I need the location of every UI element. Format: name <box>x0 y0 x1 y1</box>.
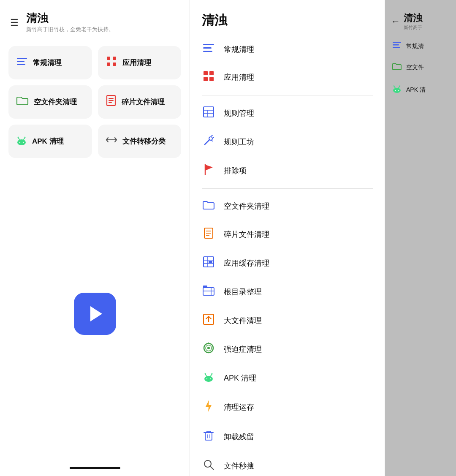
play-button[interactable] <box>74 293 116 335</box>
menu-item-large-file-label: 大文件清理 <box>224 316 262 326</box>
menu-folder-icon <box>202 200 215 212</box>
svg-point-17 <box>24 137 26 138</box>
svg-rect-21 <box>203 51 212 52</box>
svg-rect-44 <box>209 261 212 263</box>
grid-item-fragment-clean-label: 碎片文件清理 <box>122 97 165 107</box>
grid-item-apk-clean[interactable]: APK 清理 <box>8 125 92 158</box>
menu-item-regular-clean[interactable]: 常规清理 <box>197 36 378 63</box>
svg-point-75 <box>395 90 396 91</box>
svg-line-32 <box>212 135 212 136</box>
svg-rect-26 <box>204 107 214 117</box>
left-title-block: 清浊 新竹高于旧竹枝，全凭老干为扶持。 <box>26 12 114 33</box>
menu-item-fragment-clean[interactable]: 碎片文件清理 <box>197 220 378 249</box>
left-header: ☰ 清浊 新竹高于旧竹枝，全凭老干为扶持。 <box>0 0 190 38</box>
svg-point-16 <box>18 137 19 138</box>
right-subtitle: 新竹高于 <box>404 24 422 31</box>
menu-item-apk-clean-label: APK 清理 <box>224 373 256 383</box>
grid-icon <box>106 55 117 70</box>
right-menu-list: 常规清 空文件 <box>385 36 456 101</box>
menu-wand-icon <box>202 135 215 149</box>
grid-container: 常规清理 应用清理 空文件夹清理 <box>0 38 190 166</box>
left-subtitle: 新竹高于旧竹枝，全凭老干为扶持。 <box>26 26 114 33</box>
svg-rect-2 <box>17 64 25 65</box>
svg-rect-25 <box>209 77 214 81</box>
menu-android-icon <box>202 371 215 385</box>
menu-item-uninstall[interactable]: 卸载残留 <box>197 422 378 452</box>
grid-item-empty-folder-label: 空文件夹清理 <box>34 97 77 107</box>
menu-item-app-clean-label: 应用清理 <box>224 72 254 82</box>
menu-item-apk-clean[interactable]: APK 清理 <box>197 364 378 392</box>
android-icon-left <box>16 134 27 149</box>
menu-item-mem-clean-label: 清理运存 <box>224 402 254 412</box>
right-menu-item-apk-clean-label: APK 清 <box>406 86 426 94</box>
svg-rect-19 <box>203 44 214 45</box>
menu-flag-icon <box>202 164 215 177</box>
svg-point-56 <box>210 378 211 379</box>
menu-item-ocd-clean-label: 强迫症清理 <box>224 344 262 354</box>
menu-divider-2 <box>202 188 373 189</box>
hamburger-icon[interactable]: ☰ <box>10 18 19 27</box>
menu-item-file-search[interactable]: 文件秒搜 <box>197 452 378 476</box>
menu-lines-icon <box>202 44 215 55</box>
right-android-icon <box>392 84 402 95</box>
right-panel: ← 清浊 新竹高于 常规清 空文件 <box>385 0 456 476</box>
menu-item-ocd-clean[interactable]: 强迫症清理 <box>197 335 378 364</box>
svg-point-12 <box>19 142 20 143</box>
svg-rect-6 <box>113 63 116 66</box>
menu-item-exclude[interactable]: 排除项 <box>197 156 378 185</box>
menu-item-dir-organize[interactable]: 根目录整理 <box>197 277 378 306</box>
menu-item-rule-workshop[interactable]: 规则工坊 <box>197 128 378 156</box>
right-header: ← 清浊 新竹高于 <box>385 0 456 36</box>
doc-icon <box>106 95 117 109</box>
svg-line-70 <box>210 466 214 470</box>
left-bottom-bar <box>70 467 120 469</box>
menu-ocd-icon <box>202 343 215 356</box>
grid-item-fragment-clean[interactable]: 碎片文件清理 <box>98 85 182 119</box>
grid-item-regular-clean[interactable]: 常规清理 <box>8 46 92 79</box>
svg-rect-73 <box>393 47 400 48</box>
menu-table-icon <box>202 106 215 120</box>
menu-item-app-cache[interactable]: 应用缓存清理 <box>197 249 378 277</box>
left-panel: ☰ 清浊 新竹高于旧竹枝，全凭老干为扶持。 常规清理 <box>0 0 190 476</box>
svg-rect-1 <box>17 61 24 62</box>
svg-point-74 <box>393 88 401 93</box>
svg-point-52 <box>207 347 210 349</box>
right-menu-item-regular-clean[interactable]: 常规清 <box>388 36 453 57</box>
svg-point-54 <box>204 376 213 382</box>
svg-point-59 <box>205 373 206 375</box>
svg-point-11 <box>17 139 26 145</box>
svg-rect-23 <box>209 71 214 75</box>
svg-point-31 <box>209 137 212 140</box>
svg-rect-45 <box>203 288 214 295</box>
back-arrow-icon[interactable]: ← <box>391 16 400 27</box>
svg-marker-61 <box>206 400 212 412</box>
menu-item-empty-folder-label: 空文件夹清理 <box>224 201 269 211</box>
menu-item-mem-clean[interactable]: 清理运存 <box>197 392 378 422</box>
menu-divider-1 <box>202 95 373 95</box>
grid-item-app-clean[interactable]: 应用清理 <box>98 46 182 79</box>
svg-line-14 <box>18 138 19 139</box>
menu-bolt-icon <box>202 400 215 414</box>
svg-line-34 <box>212 140 212 141</box>
svg-rect-8 <box>109 98 114 99</box>
grid-item-empty-folder[interactable]: 空文件夹清理 <box>8 85 92 119</box>
right-menu-item-apk-clean[interactable]: APK 清 <box>388 78 453 101</box>
menu-item-empty-folder[interactable]: 空文件夹清理 <box>197 192 378 220</box>
svg-rect-20 <box>203 47 212 49</box>
svg-rect-62 <box>205 432 212 440</box>
menu-item-rule-manage[interactable]: 规则管理 <box>197 99 378 128</box>
grid-item-file-transfer[interactable]: 文件转移分类 <box>98 125 182 158</box>
menu-dir-icon <box>202 285 215 299</box>
menu-item-exclude-label: 排除项 <box>224 166 247 176</box>
menu-item-large-file[interactable]: 大文件清理 <box>197 306 378 335</box>
right-menu-item-empty-folder[interactable]: 空文件 <box>388 57 453 78</box>
svg-rect-22 <box>204 71 208 75</box>
menu-item-rule-manage-label: 规则管理 <box>224 108 254 118</box>
folder-icon <box>16 95 29 109</box>
menu-item-file-search-label: 文件秒搜 <box>224 461 254 471</box>
right-menu-item-empty-folder-label: 空文件 <box>406 64 424 71</box>
menu-item-app-clean[interactable]: 应用清理 <box>197 63 378 92</box>
play-icon <box>90 306 102 321</box>
grid-item-regular-clean-label: 常规清理 <box>33 58 62 68</box>
right-title-block: 清浊 新竹高于 <box>404 12 422 31</box>
